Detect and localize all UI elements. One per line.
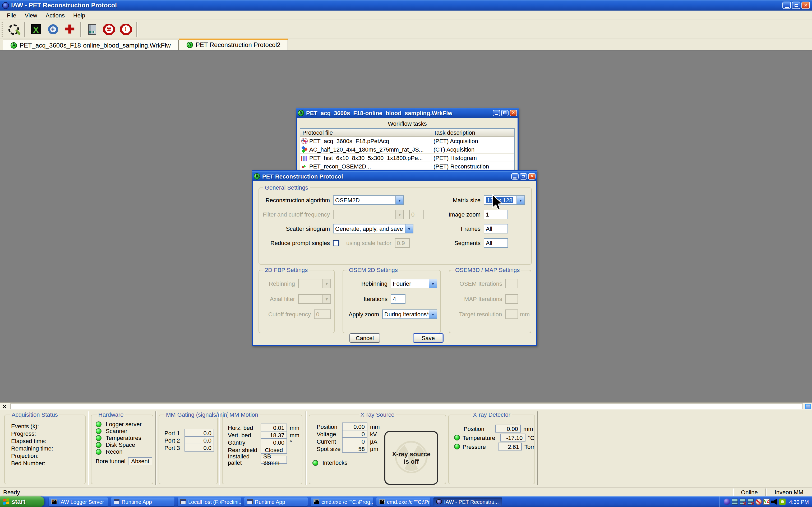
blocked-tray-icon[interactable] [755,499,762,505]
scatter-sinogram-select[interactable]: Generate, apply, and save▼ [333,224,413,233]
column-task-description[interactable]: Task description [432,129,514,136]
acquisition-status-group: Acquisition Status Events (k): Progress:… [4,414,86,484]
export-button[interactable]: X [28,21,44,38]
port1-field: 0.0 [185,429,214,437]
taskbar-button-runtime-app-1[interactable]: Runtime App [111,498,174,506]
workflow-window-titlebar[interactable]: APET_acq_3600s_F18-online_blood_sampling… [296,108,519,118]
xray-stop-button[interactable]: ☢ [100,21,117,38]
dialog-titlebar[interactable]: APET Reconstruction Protocol ✕ [252,171,537,181]
taskbar-button-cmd-1[interactable]: C:\cmd.exe /c ""C:\Prog... [311,498,373,506]
wf-close-button[interactable]: ✕ [510,110,517,116]
chevron-down-icon: ▼ [429,310,437,319]
sphere-tray-icon[interactable] [724,499,730,505]
spot-size-unit: µm [370,446,378,452]
network-error-icon[interactable] [748,499,754,505]
menu-view[interactable]: View [21,11,41,19]
dialog-close-button[interactable]: ✕ [528,173,536,179]
current-label: Current [317,438,342,444]
vnc-icon[interactable]: V2 [763,499,770,505]
acquisition-gauge-button[interactable] [5,21,22,38]
status-device: Inveon MM [765,488,812,496]
table-row[interactable]: PET_recon_OSEM2D... (PET) Reconstruction [300,162,514,171]
target-button[interactable]: ✚ [44,21,61,38]
nvidia-icon[interactable] [779,499,785,505]
workflow-window-icon: A [298,110,304,116]
taskbar-button-cmd-2[interactable]: C:\cmd.exe /c ""C:\Prog... [376,498,430,506]
desktop: IAW - PET Reconstruction Protocol ✕ File… [0,0,812,507]
iaw-app-icon [436,499,442,504]
close-button[interactable]: ✕ [801,2,810,9]
current-field: 0 [342,437,367,445]
tab-pet-reconstruction[interactable]: A PET Reconstruction Protocol2 [179,39,288,50]
projection-label: Projection: [11,453,85,458]
frames-field[interactable]: All [484,224,508,233]
emergency-stop-button[interactable]: ! [117,21,134,38]
axial-filter-select: ▼ [298,294,331,304]
xray-detector-group: X-ray Detector Position0.00mm Temperatur… [448,414,535,484]
matrix-size-select[interactable]: 128 x 128▼ [484,195,525,205]
dock-panel-icon[interactable] [805,404,811,409]
det-position-field: 0.00 [495,425,521,433]
server-icon [88,24,96,35]
temperature-field: -17.10 [500,434,525,442]
temperature-led [454,435,460,441]
mm-gating-legend: MM Gating (signals/min) [164,411,231,418]
scale-factor-field: 0.9 [395,238,409,248]
voltage-field: 0 [342,430,367,438]
taskbar-button-localhost[interactable]: LocalHost (F:\Preclini... [177,498,241,506]
taskbar-button-iaw-logger[interactable]: C:\IAW Logger Server [49,498,108,506]
save-button[interactable]: Save [413,333,444,343]
taskbar-button-iaw-active[interactable]: IAW - PET Reconstru... [434,498,502,506]
hardware-legend: Hardware [97,411,125,418]
tab-recon-label: PET Reconstruction Protocol2 [196,41,281,49]
network-icon[interactable] [732,499,738,505]
reduce-prompt-singles-checkbox[interactable] [333,240,339,246]
iterations-field[interactable]: 4 [391,294,405,304]
status-ready: Ready [0,489,733,495]
wf-minimize-button[interactable] [493,110,500,116]
port2-label: Port 2 [164,437,185,443]
dialog-minimize-button[interactable] [511,173,519,179]
network-error-icon[interactable] [740,499,746,505]
fbp-settings-group: 2D FBP Settings Rebinning▼ Axial filter▼… [258,270,335,333]
table-row[interactable]: AC_half_120_4x4_180ms_275mm_rat_JS... (C… [300,145,514,154]
target-icon: ✚ [48,24,58,34]
dock-handle[interactable] [10,403,803,409]
horz-bed-field: 0.01 [261,424,287,432]
menu-help[interactable]: Help [69,11,89,19]
workflow-tab-icon: A [11,42,17,48]
menu-actions[interactable]: Actions [42,11,68,19]
app-window-icon [180,499,186,504]
minimize-button[interactable] [782,2,791,9]
table-row[interactable]: PET_acq_3600s_F18.pPetAcq (PET) Acquisit… [300,137,514,145]
recon-algorithm-label: Reconstruction algorithm [260,197,333,203]
apply-zoom-select[interactable]: During iterations*▼ [382,309,437,319]
segments-field[interactable]: All [484,238,508,248]
start-button[interactable]: start [0,496,44,507]
column-protocol-file[interactable]: Protocol file [300,129,432,136]
add-button[interactable]: ✚ [61,21,78,38]
recon-algorithm-select[interactable]: OSEM2D▼ [333,195,404,205]
osem2d-rebinning-select[interactable]: Fourier▼ [391,279,437,288]
cancel-button[interactable]: Cancel [349,333,380,343]
dock-close-icon[interactable]: ✕ [1,403,8,409]
dock-divider [155,411,156,485]
interlocks-led [312,460,318,465]
bore-tunnel-field: Absent [128,457,153,465]
taskbar-clock[interactable]: 4:30 PM [789,499,809,505]
tab-workflow[interactable]: A PET_acq_3600s_F18-online_blood_samplin… [3,40,179,50]
wf-maximize-button[interactable] [501,110,509,116]
taskbar-button-runtime-app-2[interactable]: Runtime App [244,498,308,506]
dialog-maximize-button[interactable] [520,173,527,179]
scale-factor-label: using scale factor [346,240,392,246]
temperature-label: Temperature [463,434,500,441]
server-button[interactable] [84,21,100,38]
dock-divider [88,411,89,485]
menu-file[interactable]: File [3,11,20,19]
cmd-icon: C:\ [51,499,57,504]
spot-size-label: Spot size [317,446,342,452]
speaker-icon[interactable] [771,499,778,505]
table-row[interactable]: PET_hist_6x10_8x30_5x300_1x1800.pPe... (… [300,154,514,162]
restore-button[interactable] [792,2,800,9]
events-label: Events (k): [11,424,85,429]
